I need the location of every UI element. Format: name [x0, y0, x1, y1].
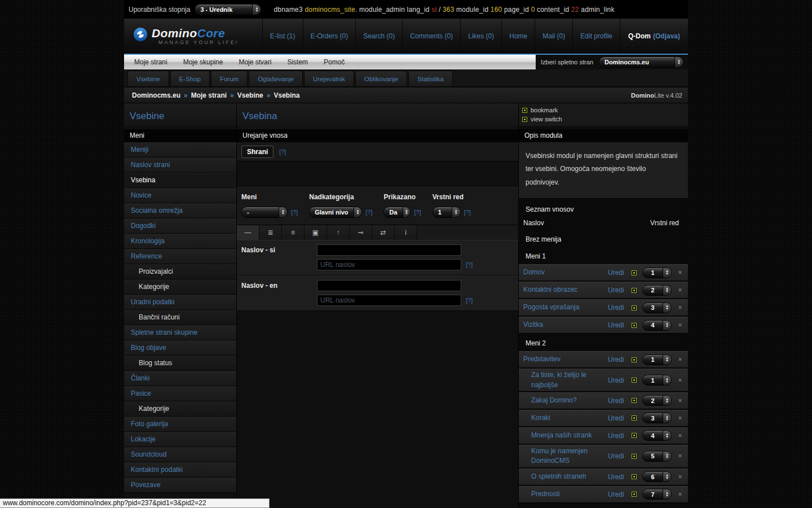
order-stepper[interactable]: 3▲▼ [642, 413, 672, 423]
tab-urejevalnik[interactable]: Urejevalnik [304, 71, 354, 86]
sidebar-item-reference[interactable]: Reference [124, 249, 236, 264]
stepper-arrows[interactable]: ▲▼ [663, 396, 671, 405]
stepper-arrows[interactable]: ▲▼ [663, 303, 671, 313]
sidebar-item-blog-objave[interactable]: Blog objave [124, 340, 236, 356]
order-stepper[interactable]: 7▲▼ [642, 489, 672, 500]
toolbar-info-icon[interactable]: i [395, 225, 417, 240]
down-arrow-icon[interactable]: ▼ [665, 273, 669, 275]
down-arrow-icon[interactable]: ▼ [665, 308, 669, 310]
down-arrow-icon[interactable]: ▼ [677, 62, 681, 65]
order-stepper[interactable]: 2▲▼ [642, 285, 672, 296]
entry-status-icon[interactable] [632, 398, 637, 403]
prikazano-select[interactable]: Da▲▼ [383, 207, 411, 218]
entry-title-link[interactable]: O spletnih straneh [519, 472, 608, 481]
entry-status-icon[interactable] [632, 357, 637, 362]
toolbar-align-list-icon[interactable]: ≡ [282, 225, 304, 240]
delete-icon[interactable]: × [674, 491, 686, 498]
entry-title-link[interactable]: Prednosti [519, 489, 608, 499]
order-stepper[interactable]: 1▲▼ [642, 268, 672, 278]
order-stepper[interactable]: 6▲▼ [642, 471, 672, 482]
edit-link[interactable]: Uredi [608, 269, 630, 277]
nav-item-moje-stvari[interactable]: Moje stvari [231, 58, 279, 66]
down-arrow-icon[interactable]: ▼ [665, 456, 669, 459]
sidebar-item-soundcloud[interactable]: Soundcloud [124, 447, 236, 462]
sidebar-item-naslov-strani[interactable]: Naslov strani [124, 157, 236, 173]
edit-link[interactable]: Uredi [608, 491, 630, 498]
stepper-arrows[interactable]: ▲▼ [403, 207, 411, 217]
stepper-arrows[interactable]: ▲▼ [252, 5, 261, 15]
entry-title-link[interactable]: Mnenja naših strank [519, 431, 608, 440]
edit-link[interactable]: Uredi [608, 452, 630, 460]
entry-title-link[interactable]: Zakaj Domino? [519, 396, 608, 405]
edit-link[interactable]: Uredi [608, 414, 630, 422]
nav-item-moje-strani[interactable]: Moje strani [126, 58, 175, 66]
down-arrow-icon[interactable]: ▼ [454, 212, 458, 215]
stepper-arrows[interactable]: ▲▼ [279, 207, 287, 217]
entry-title-link[interactable]: Kontaktni obrazec [519, 285, 608, 295]
stepper-arrows[interactable]: ▲▼ [663, 413, 671, 423]
edit-link[interactable]: Uredi [608, 304, 630, 312]
header-link-likes-0[interactable]: Likes (0) [460, 19, 501, 53]
breadcrumb-moje-strani[interactable]: Moje strani [189, 91, 229, 99]
stepper-arrows[interactable]: ▲▼ [663, 431, 671, 440]
sidebar-item-foto-galerija[interactable]: Foto galerija [124, 417, 236, 432]
header-link-edit-profile[interactable]: Edit profile [572, 19, 620, 53]
view-switch-link[interactable]: view switch [522, 115, 688, 124]
sidebar-item-uradni-podatki[interactable]: Uradni podatki [124, 295, 236, 310]
delete-icon[interactable]: × [674, 432, 686, 440]
nav-item-pomoc[interactable]: Pomoč [316, 58, 352, 66]
entry-status-icon[interactable] [632, 415, 637, 421]
naslov-si-input[interactable] [317, 244, 461, 256]
meni-select[interactable]: -▲▼ [241, 207, 288, 218]
help-link[interactable]: [?] [466, 261, 473, 268]
sidebar-item-kategorije[interactable]: Kategorije [124, 401, 236, 417]
order-stepper[interactable]: 1▲▼ [642, 354, 672, 365]
user-level-dropdown[interactable]: 3 - Urednik▲▼ [195, 4, 261, 15]
header-link-search-0[interactable]: Search (0) [355, 19, 402, 53]
view-switch-icon[interactable] [522, 117, 527, 122]
toolbar-minus-icon[interactable]: — [237, 225, 259, 240]
toolbar-upload-icon[interactable]: ↑ [327, 225, 350, 240]
down-arrow-icon[interactable]: ▼ [665, 418, 669, 421]
help-link[interactable]: [?] [365, 209, 372, 216]
down-arrow-icon[interactable]: ▼ [356, 212, 359, 215]
down-arrow-icon[interactable]: ▼ [281, 212, 285, 215]
bookmark-icon[interactable] [522, 108, 527, 113]
entry-title-link[interactable]: Komu je namenjen DominoCMS [519, 446, 608, 466]
sidebar-item-kronologija[interactable]: Kronologija [124, 234, 236, 249]
entry-status-icon[interactable] [632, 323, 637, 328]
header-link-e-orders-0[interactable]: E-Orders (0) [303, 19, 356, 53]
down-arrow-icon[interactable]: ▼ [665, 380, 669, 383]
entry-title-link[interactable]: Za tiste, ki želijo le najboljše [519, 370, 608, 390]
stepper-arrows[interactable]: ▲▼ [354, 207, 362, 217]
order-stepper[interactable]: 2▲▼ [642, 395, 672, 406]
header-link-home[interactable]: Home [501, 19, 535, 53]
vrstni-red-select[interactable]: 1▲▼ [433, 207, 461, 218]
toolbar-swap-arrows-icon[interactable]: ⇄ [372, 225, 395, 240]
naslov-en-input[interactable] [317, 280, 461, 291]
stepper-arrows[interactable]: ▲▼ [452, 207, 460, 217]
edit-link[interactable]: Uredi [608, 356, 630, 364]
order-stepper[interactable]: 5▲▼ [642, 451, 672, 462]
entry-status-icon[interactable] [632, 270, 637, 275]
down-arrow-icon[interactable]: ▼ [665, 290, 669, 293]
toolbar-image-icon[interactable]: ▣ [304, 225, 327, 240]
down-arrow-icon[interactable]: ▼ [665, 436, 669, 439]
help-link[interactable]: [?] [466, 297, 473, 304]
edit-link[interactable]: Uredi [608, 473, 630, 481]
header-link-e-list-1[interactable]: E-list (1) [262, 19, 303, 53]
sidebar-item-spletne-strani-skupine[interactable]: Spletne strani skupine [124, 325, 236, 340]
down-arrow-icon[interactable]: ▼ [665, 477, 669, 480]
user-logout-link[interactable]: Q-Dom (Odjava) [620, 19, 688, 53]
down-arrow-icon[interactable]: ▼ [665, 401, 669, 404]
entry-title-link[interactable]: Koraki [519, 413, 608, 423]
entry-status-icon[interactable] [632, 454, 637, 459]
sidebar-item-vsebina[interactable]: Vsebina [124, 173, 236, 188]
edit-link[interactable]: Uredi [608, 376, 630, 384]
down-arrow-icon[interactable]: ▼ [255, 10, 258, 12]
entry-title-link[interactable]: Vizitka [519, 320, 608, 330]
naslov-si-url-input[interactable] [317, 259, 461, 270]
breadcrumb-vsebina[interactable]: Vsebina [271, 91, 302, 99]
help-link[interactable]: [?] [464, 209, 471, 216]
stepper-arrows[interactable]: ▲▼ [663, 321, 671, 330]
